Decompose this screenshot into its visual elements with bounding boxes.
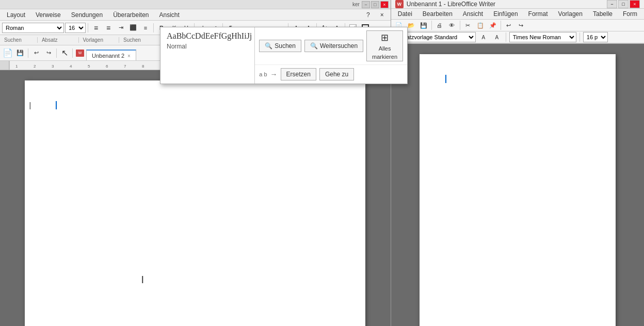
close-button[interactable]: × bbox=[380, 1, 389, 8]
right-menu-einfuegen[interactable]: Einfügen bbox=[489, 9, 522, 19]
right-menu-form[interactable]: Form bbox=[618, 9, 642, 19]
select-all-label: Alles bbox=[379, 45, 391, 52]
redo-button[interactable]: ↪ bbox=[43, 47, 54, 59]
svg-text:1: 1 bbox=[15, 64, 18, 69]
svg-text:5: 5 bbox=[88, 64, 90, 69]
minimize-button[interactable]: − bbox=[362, 1, 370, 8]
select-all-icon: ⊞ bbox=[381, 32, 389, 43]
maximize-button[interactable]: □ bbox=[371, 1, 379, 8]
left-menu-bar: Layout Verweise Sendungen Überarbeiten A… bbox=[0, 9, 391, 21]
tb-sep-10 bbox=[72, 48, 73, 58]
right-menu-datei[interactable]: Datei bbox=[393, 9, 417, 19]
cursor-button[interactable]: ↖ bbox=[59, 47, 70, 59]
goto-button[interactable]: Gehe zu bbox=[319, 68, 354, 80]
find-next-button[interactable]: 🔍 Weitersuchen bbox=[304, 40, 363, 52]
right-fmt-sep1 bbox=[506, 32, 506, 42]
right-menu-vorlagen[interactable]: Vorlagen bbox=[554, 9, 587, 19]
right-ruler-svg: 1 2 3 4 5 6 7 8 bbox=[391, 43, 644, 44]
right-font-name-select[interactable]: Times New Roman bbox=[509, 32, 576, 42]
find-toolbar: AaBbCcDdEeFfGgHhIiJj Normal 🔍 Suchen 🔍 W… bbox=[160, 27, 408, 84]
doc-tab[interactable]: Unbenannt 2 × bbox=[86, 50, 136, 61]
align-left-button[interactable]: ⬛ bbox=[127, 22, 139, 34]
find-toolbar-inner: AaBbCcDdEeFfGgHhIiJj Normal 🔍 Suchen 🔍 W… bbox=[160, 27, 407, 84]
replace-row: a b → Ersetzen Gehe zu bbox=[255, 65, 407, 84]
font-name-select[interactable]: Roman Times New Roman bbox=[2, 23, 64, 33]
right-copy-button[interactable]: 📋 bbox=[475, 20, 486, 31]
style-preview-text: AaBbCcDdEeFfGgHhIiJj bbox=[167, 31, 248, 41]
menu-ueberarbeiten[interactable]: Überarbeiten bbox=[108, 10, 153, 20]
right-font-size-select[interactable]: 16 pt bbox=[583, 32, 608, 42]
right-title-bar: W Unbenannt 1 - LibreOffice Writer − □ × bbox=[391, 0, 644, 9]
right-window-title: Unbenannt 1 - LibreOffice Writer bbox=[407, 1, 604, 8]
right-menu-format[interactable]: Format bbox=[524, 9, 553, 19]
select-all-button[interactable]: ⊞ Alles markieren bbox=[366, 30, 403, 61]
numbered-list-button[interactable]: ≡ bbox=[103, 22, 114, 34]
right-preview-button[interactable]: 👁 bbox=[446, 20, 458, 31]
style-name-label: Normal bbox=[167, 43, 248, 50]
right-sep2 bbox=[460, 21, 460, 30]
new-doc-button[interactable]: 📄 bbox=[2, 47, 13, 59]
find-next-label: Weitersuchen bbox=[320, 42, 358, 50]
tab-close-button[interactable]: × bbox=[127, 53, 131, 59]
right-minimize-button[interactable]: − bbox=[607, 0, 617, 8]
svg-text:2: 2 bbox=[34, 64, 36, 69]
right-close-button[interactable]: × bbox=[630, 0, 640, 8]
i-beam-cursor[interactable]: I bbox=[141, 274, 144, 286]
zeichen-label: Suchen bbox=[0, 37, 38, 43]
replace-label: Ersetzen bbox=[286, 71, 311, 78]
replace-button[interactable]: Ersetzen bbox=[281, 68, 316, 80]
svg-text:8: 8 bbox=[142, 64, 144, 69]
text-cursor bbox=[56, 101, 57, 109]
clear-format-button[interactable]: A bbox=[478, 31, 489, 43]
svg-rect-22 bbox=[396, 43, 608, 44]
menu-ansicht[interactable]: Ansicht bbox=[155, 10, 184, 20]
search-button[interactable]: 🔍 Suchen bbox=[259, 40, 301, 52]
right-text-cursor bbox=[445, 75, 446, 83]
right-fmt-sep2 bbox=[579, 32, 580, 42]
font-size-select[interactable]: 16 12 14 bbox=[65, 23, 86, 33]
right-ruler: 1 2 3 4 5 6 7 8 bbox=[391, 43, 644, 44]
help-button[interactable]: ? bbox=[362, 10, 375, 20]
search-label: Suchen bbox=[275, 42, 296, 50]
svg-text:4: 4 bbox=[70, 64, 72, 69]
font-size-large-button[interactable]: A bbox=[491, 31, 503, 43]
left-doc-area[interactable]: | I bbox=[0, 70, 391, 326]
indent-button[interactable]: ⇥ bbox=[115, 22, 126, 34]
close-ribbon-button[interactable]: × bbox=[376, 10, 389, 20]
undo-button[interactable]: ↩ bbox=[30, 47, 42, 59]
search-row: 🔍 Suchen 🔍 Weitersuchen ⊞ Alles markiere… bbox=[255, 27, 407, 65]
left-title-bar: ker − □ × bbox=[0, 0, 391, 9]
svg-text:6: 6 bbox=[106, 64, 108, 69]
right-menu-tabelle[interactable]: Tabelle bbox=[588, 9, 617, 19]
left-title-text: ker bbox=[352, 2, 360, 7]
left-page: | I bbox=[25, 80, 365, 326]
right-redo-button[interactable]: ↪ bbox=[516, 20, 527, 31]
menu-verweise[interactable]: Verweise bbox=[31, 10, 66, 20]
goto-label: Gehe zu bbox=[325, 71, 348, 78]
right-doc-area[interactable] bbox=[391, 44, 644, 326]
right-maximize-button[interactable]: □ bbox=[618, 0, 629, 8]
right-sep1 bbox=[431, 21, 432, 30]
right-app-icon: W bbox=[395, 0, 404, 8]
right-paste-button[interactable]: 📌 bbox=[487, 20, 498, 31]
right-print-button[interactable]: 🖨 bbox=[434, 20, 445, 31]
svg-text:7: 7 bbox=[124, 64, 126, 69]
right-page bbox=[420, 54, 616, 326]
right-win-controls: − □ × bbox=[607, 0, 640, 8]
align-center-button[interactable]: ≡ bbox=[140, 22, 151, 34]
toolbar-separator-2 bbox=[153, 23, 154, 32]
menu-sendungen[interactable]: Sendungen bbox=[67, 10, 107, 20]
right-save-button[interactable]: 💾 bbox=[418, 20, 429, 31]
toolbar-separator bbox=[88, 23, 88, 32]
tab-label: Unbenannt 2 bbox=[92, 53, 124, 59]
right-menu-ansicht[interactable]: Ansicht bbox=[458, 9, 488, 19]
save-button[interactable]: 💾 bbox=[14, 47, 26, 59]
menu-layout[interactable]: Layout bbox=[2, 10, 30, 20]
replace-arrow-icon: → bbox=[270, 70, 278, 78]
right-menu-bearbeiten[interactable]: Bearbeiten bbox=[418, 9, 457, 19]
right-undo-button[interactable]: ↩ bbox=[503, 20, 514, 31]
right-sep3 bbox=[501, 21, 501, 30]
right-cut-button[interactable]: ✂ bbox=[462, 20, 474, 31]
bullets-button[interactable]: ≡ bbox=[90, 22, 102, 34]
right-writer-window: W Unbenannt 1 - LibreOffice Writer − □ ×… bbox=[391, 0, 644, 326]
